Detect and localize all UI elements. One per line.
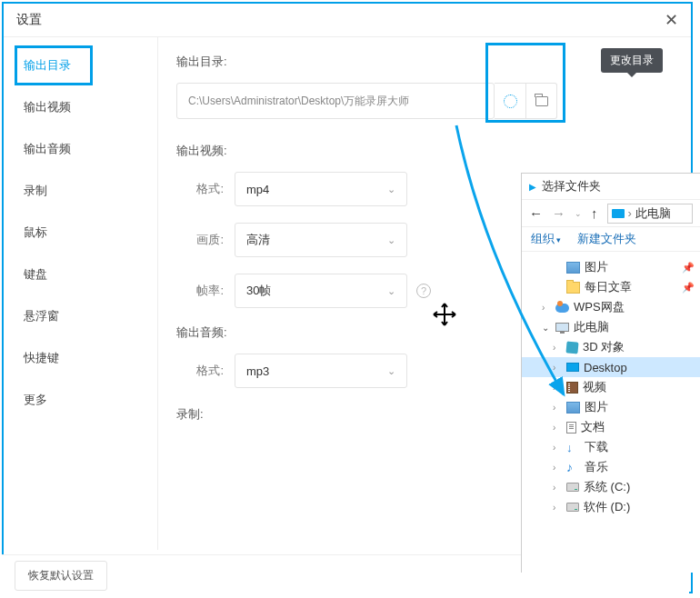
tree-item-11[interactable]: ›系统 (C:) xyxy=(522,477,700,497)
tree-item-12[interactable]: ›软件 (D:) xyxy=(522,497,700,517)
sidebar-item-0[interactable]: 输出目录 xyxy=(4,45,157,86)
ic-drv-icon xyxy=(566,503,579,512)
sidebar-item-7[interactable]: 快捷键 xyxy=(4,337,157,379)
tree-item-label: 系统 (C:) xyxy=(584,479,630,495)
tree-item-label: 图片 xyxy=(585,399,608,415)
tree-item-label: 此电脑 xyxy=(574,319,609,335)
play-icon: ▶ xyxy=(529,182,536,192)
expand-icon[interactable]: › xyxy=(553,423,562,433)
dialog-title: 设置 xyxy=(16,12,42,28)
fps-label: 帧率: xyxy=(176,283,224,299)
video-fps-select[interactable]: 30帧⌄ xyxy=(235,274,407,308)
new-folder-button[interactable]: 新建文件夹 xyxy=(577,231,636,247)
tree-item-label: 下载 xyxy=(585,439,608,455)
address-bar[interactable]: › 此电脑 xyxy=(607,204,694,224)
ic-cloud-icon xyxy=(555,304,569,313)
reset-defaults-button[interactable]: 恢复默认设置 xyxy=(15,561,107,591)
tree-item-0[interactable]: 图片📌 xyxy=(522,257,700,277)
title-bar: 设置 ✕ xyxy=(4,4,691,36)
chevron-down-icon: ⌄ xyxy=(387,184,395,195)
output-dir-buttons xyxy=(495,83,557,119)
tree-item-label: WPS网盘 xyxy=(574,299,625,315)
folder-tree: 图片📌每日文章📌›WPS网盘⌄此电脑›3D 对象›Desktop›视频›图片›文… xyxy=(522,252,700,573)
expand-icon[interactable]: › xyxy=(553,443,562,453)
expand-icon[interactable]: › xyxy=(553,403,562,413)
tree-item-6[interactable]: ›视频 xyxy=(522,377,700,397)
tree-item-5[interactable]: ›Desktop xyxy=(522,357,700,377)
output-dir-row: 更改目录 xyxy=(176,83,667,119)
ic-mus-icon: ♪ xyxy=(566,462,580,473)
tree-item-2[interactable]: ›WPS网盘 xyxy=(522,297,700,317)
tree-item-label: 图片 xyxy=(585,259,608,275)
ic-img-icon xyxy=(566,262,580,274)
help-icon[interactable]: ? xyxy=(416,284,431,298)
ic-pc-icon xyxy=(555,323,569,332)
audio-format-label: 格式: xyxy=(176,363,224,379)
sidebar-item-2[interactable]: 输出音频 xyxy=(4,128,157,170)
open-dir-button[interactable] xyxy=(495,84,525,118)
expand-icon[interactable]: › xyxy=(553,363,562,373)
tree-item-8[interactable]: ›文档 xyxy=(522,417,700,437)
expand-icon[interactable]: ⌄ xyxy=(542,323,551,333)
dotted-circle-icon xyxy=(504,95,517,108)
ic-desk-icon xyxy=(566,363,579,372)
ic-fold-icon xyxy=(566,282,580,294)
tree-item-label: 3D 对象 xyxy=(583,339,625,355)
expand-icon[interactable]: › xyxy=(553,463,562,473)
nav-up-arrow-icon[interactable]: ↑ xyxy=(591,205,598,221)
format-label: 格式: xyxy=(176,181,224,197)
sidebar-item-1[interactable]: 输出视频 xyxy=(4,86,157,128)
audio-format-select[interactable]: mp3⌄ xyxy=(235,354,407,388)
folder-picker-window: ▶ 选择文件夹 ← → ⌄ ↑ › 此电脑 组织▾ 新建文件夹 图片📌每日文章📌… xyxy=(521,173,700,573)
picker-nav-bar: ← → ⌄ ↑ › 此电脑 xyxy=(522,199,700,226)
expand-icon[interactable]: › xyxy=(553,483,562,493)
sidebar-item-8[interactable]: 更多 xyxy=(4,379,157,421)
expand-icon[interactable]: › xyxy=(553,343,562,353)
output-dir-input[interactable] xyxy=(176,83,495,119)
nav-forward-icon[interactable]: → xyxy=(552,205,565,221)
sidebar-item-6[interactable]: 悬浮窗 xyxy=(4,295,157,337)
tree-item-4[interactable]: ›3D 对象 xyxy=(522,337,700,357)
ic-drv-icon xyxy=(566,483,579,492)
tree-item-9[interactable]: ›↓下载 xyxy=(522,437,700,457)
output-video-label: 输出视频: xyxy=(176,143,667,159)
ic-img-icon xyxy=(566,402,580,414)
video-quality-select[interactable]: 高清⌄ xyxy=(235,223,407,257)
pc-icon xyxy=(612,209,625,218)
chevron-down-icon: ⌄ xyxy=(387,234,395,246)
ic-doc-icon xyxy=(566,422,576,434)
tree-item-label: 音乐 xyxy=(585,459,608,475)
ic-3d-icon xyxy=(565,341,578,354)
sidebar-item-5[interactable]: 键盘 xyxy=(4,254,157,295)
tree-item-label: 视频 xyxy=(583,379,606,395)
video-format-select[interactable]: mp4⌄ xyxy=(235,172,407,206)
change-dir-button[interactable] xyxy=(525,84,556,118)
close-icon[interactable]: ✕ xyxy=(665,10,678,30)
pin-icon: 📌 xyxy=(682,282,695,294)
tree-item-label: 每日文章 xyxy=(585,279,632,295)
quality-label: 画质: xyxy=(176,232,224,248)
pin-icon: 📌 xyxy=(682,262,695,274)
sidebar: 输出目录输出视频输出音频录制鼠标键盘悬浮窗快捷键更多 xyxy=(4,37,158,550)
folder-icon xyxy=(535,96,548,106)
sidebar-item-4[interactable]: 鼠标 xyxy=(4,212,157,254)
ic-dl-icon: ↓ xyxy=(566,442,580,453)
tree-item-7[interactable]: ›图片 xyxy=(522,397,700,417)
chevron-down-icon: ⌄ xyxy=(387,365,395,377)
tree-item-label: 文档 xyxy=(581,419,605,435)
picker-title: 选择文件夹 xyxy=(542,178,601,194)
tree-item-10[interactable]: ›♪音乐 xyxy=(522,457,700,477)
organize-menu[interactable]: 组织▾ xyxy=(531,231,561,247)
expand-icon[interactable]: › xyxy=(553,383,562,393)
picker-title-bar: ▶ 选择文件夹 xyxy=(522,174,700,199)
nav-back-icon[interactable]: ← xyxy=(529,205,543,221)
expand-icon[interactable]: › xyxy=(542,303,551,313)
tree-item-label: Desktop xyxy=(584,361,627,374)
sidebar-item-3[interactable]: 录制 xyxy=(4,170,157,212)
expand-icon[interactable]: › xyxy=(553,503,562,513)
tree-item-3[interactable]: ⌄此电脑 xyxy=(522,317,700,337)
tree-item-1[interactable]: 每日文章📌 xyxy=(522,277,700,297)
nav-up-icon[interactable]: ⌄ xyxy=(575,209,582,218)
ic-vid-icon xyxy=(566,382,578,394)
change-dir-tooltip: 更改目录 xyxy=(601,48,663,73)
